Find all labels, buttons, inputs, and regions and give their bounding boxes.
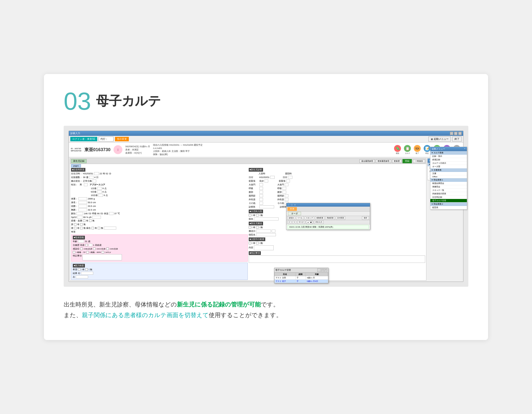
overlay-meeting1-section[interactable]: ▼ 帰会業務１	[430, 178, 467, 182]
end-btn[interactable]: 終了	[452, 137, 462, 142]
boshi-minimize-btn[interactable]: －	[317, 269, 321, 272]
delivery-issue-no-cb[interactable]	[89, 219, 92, 222]
pulse-input[interactable]	[76, 212, 83, 215]
musculature-dis-cb[interactable]	[286, 180, 290, 182]
stool-yes-cb[interactable]	[74, 227, 76, 229]
gaigo-tab[interactable]: 外来	[287, 207, 297, 211]
overlay-karte-section[interactable]: ▼ カルテ業務	[430, 151, 467, 155]
resuscitation-no-cb[interactable]	[98, 227, 100, 229]
gaigo-insurance-btn[interactable]: 保険変更	[315, 216, 324, 220]
overlay-menu-lab[interactable]: 検査結果照会	[430, 182, 467, 185]
disease-name-input[interactable]	[254, 217, 279, 220]
overlay-menu-records[interactable]: 記録・指示	[430, 155, 467, 158]
urine-yes-cb[interactable]	[74, 223, 76, 226]
birth-hour-input[interactable]	[94, 172, 99, 175]
special-notes-input[interactable]	[82, 254, 122, 260]
win-controls[interactable]: － □ ×	[450, 132, 462, 135]
hip-joint-dis-cb[interactable]	[285, 194, 288, 197]
gaigo-redo-btn[interactable]: ↪	[292, 221, 296, 224]
overlay-menu-orders[interactable]: オーダ歴	[430, 165, 467, 168]
close-btn[interactable]: ×	[458, 132, 462, 135]
other-cb[interactable]	[259, 202, 263, 205]
overlay-menu-doc[interactable]: 文書	[430, 172, 467, 175]
urine-no-cb[interactable]	[80, 223, 83, 226]
resuscitation-yes-cb[interactable]	[92, 227, 94, 229]
inpatient-yes-cb[interactable]	[249, 242, 251, 244]
boshi-close-btn[interactable]: ×	[324, 269, 327, 272]
apgar-1-input[interactable]	[97, 187, 102, 190]
breathing-cb[interactable]	[259, 187, 263, 190]
overlay-menu-daily[interactable]: カルテ１日表示	[430, 162, 467, 165]
abdomen-cb[interactable]	[259, 191, 263, 194]
past-record-btn[interactable]: 過去履歴参照	[360, 159, 375, 163]
boshi-maximize-btn[interactable]: □	[321, 269, 324, 272]
overlay-meeting2-section[interactable]: ▼ 帰会業務２	[430, 202, 467, 206]
page1-tab[interactable]: page1	[71, 164, 81, 167]
hip-joint-cb[interactable]	[259, 194, 263, 197]
gaigo-paper-btn[interactable]: 用紙変更	[325, 216, 335, 220]
infection-btn[interactable]: 🦠 感染	[393, 144, 402, 155]
gaigo-stamp-btn[interactable]: スタンプ	[305, 216, 314, 220]
hearing-no-cb[interactable]	[85, 268, 88, 271]
inpatient-content-input[interactable]	[254, 245, 274, 250]
pediatrics-no-cb[interactable]	[256, 214, 259, 216]
gestational-input[interactable]	[89, 176, 94, 179]
syphilis2-cb[interactable]	[86, 251, 89, 253]
physician-input[interactable]	[259, 205, 274, 208]
boshi-controls[interactable]: － □ ×	[317, 269, 327, 272]
abdomen-dis-cb[interactable]	[283, 191, 286, 194]
activity-menu-btn[interactable]: 🖥 起動メニュー	[428, 137, 451, 142]
overlay-menu-birth-record[interactable]: 出生時記録	[430, 196, 467, 199]
external-organs-dis-cb[interactable]	[285, 198, 288, 201]
ph-input[interactable]	[92, 216, 101, 219]
musculature-cb[interactable]	[265, 180, 268, 182]
newborn-tab[interactable]: 新生児記録	[71, 159, 87, 163]
special-notes2-input[interactable]	[249, 255, 425, 263]
fontanelle-dis-cb[interactable]	[285, 183, 288, 186]
latest-record-btn[interactable]: 更新履歴参照	[376, 159, 391, 163]
gaigo-mark-select[interactable]: ▼	[306, 220, 313, 224]
overlay-menu-scanner[interactable]: スキャナ一覧	[430, 189, 467, 192]
daiko-box[interactable]: 代行：	[99, 137, 114, 142]
transfer-hospital-input[interactable]	[256, 233, 276, 236]
overlay-menu-type[interactable]: 処型表	[430, 206, 467, 209]
instruction-btn[interactable]: 指示変更	[115, 137, 129, 141]
food-allergy-btn[interactable]: 🍽 食ア	[413, 144, 422, 155]
register-btn[interactable]: 登録	[402, 159, 412, 163]
hearing-right-input[interactable]	[81, 272, 93, 275]
weight-input[interactable]	[78, 197, 87, 200]
overlay-menu-boshi[interactable]: 母子カルテ切替	[430, 199, 467, 202]
hearing-yes-cb[interactable]	[78, 268, 80, 271]
maximize-btn[interactable]: □	[454, 132, 457, 135]
syphilis-cb[interactable]	[73, 251, 75, 253]
apgar-5-input[interactable]	[97, 190, 102, 193]
inpatient-no-cb[interactable]	[256, 242, 259, 244]
temp-save-btn[interactable]: 一時保存	[413, 159, 425, 163]
minimize-btn[interactable]: －	[450, 132, 453, 135]
temp-input[interactable]	[109, 212, 114, 215]
overlay-menu-progress[interactable]: 経過記録	[430, 158, 467, 162]
head-input[interactable]	[78, 205, 87, 208]
resuscitation-input[interactable]	[104, 227, 116, 230]
overlay-doc-section[interactable]: ▼ 文書業務	[430, 168, 467, 172]
height-input[interactable]	[78, 201, 87, 204]
transfer-yes-cb[interactable]	[249, 226, 251, 229]
hiv-cb[interactable]	[106, 248, 109, 250]
overlay-menu-office[interactable]: Office	[430, 175, 467, 178]
delivery-issue-yes-cb[interactable]	[83, 219, 85, 222]
stool-no-cb[interactable]	[80, 227, 83, 229]
fontanelle-cb[interactable]	[259, 183, 263, 186]
external-organs-cb[interactable]	[259, 198, 263, 201]
gaigo-daiko-btn[interactable]: 代行入力	[314, 220, 323, 224]
parity-num-input[interactable]	[89, 244, 92, 247]
hearing-left-input[interactable]	[76, 275, 88, 278]
transfer-no-cb[interactable]	[256, 226, 259, 229]
admission-date-input[interactable]	[270, 176, 275, 179]
parity-cb[interactable]	[85, 244, 88, 246]
gaigo-date-btn[interactable]: 日付変更	[336, 216, 345, 220]
gaigo-tools-btn[interactable]: ツール	[296, 216, 304, 220]
discharge-date-input[interactable]	[288, 176, 292, 179]
gaigo-save-btn[interactable]: 保存	[362, 216, 369, 220]
gaigo-teikei-btn[interactable]: 定型文	[287, 216, 295, 220]
htlv-cb[interactable]	[102, 251, 104, 253]
